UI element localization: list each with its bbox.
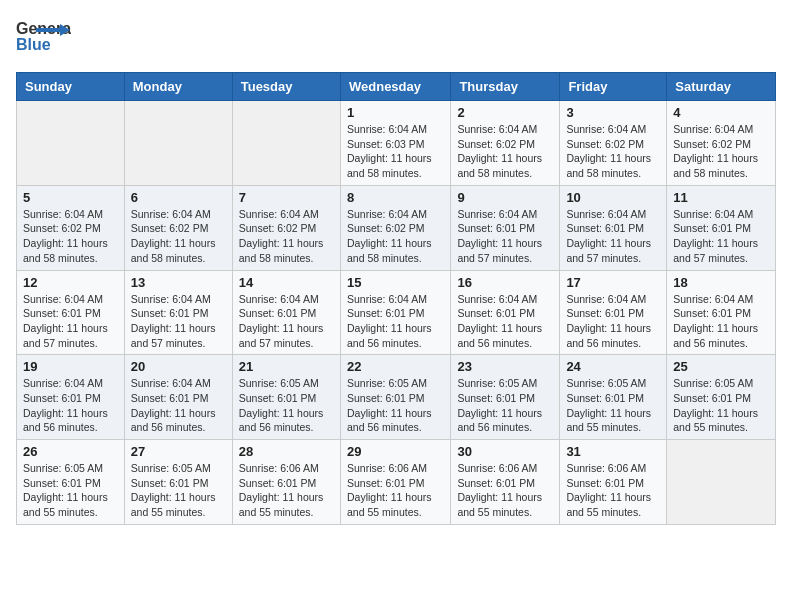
day-info: Sunrise: 6:04 AMSunset: 6:03 PMDaylight:… — [347, 122, 444, 181]
day-info: Sunrise: 6:06 AMSunset: 6:01 PMDaylight:… — [566, 461, 660, 520]
svg-text:Blue: Blue — [16, 36, 51, 53]
day-info: Sunrise: 6:04 AMSunset: 6:01 PMDaylight:… — [23, 376, 118, 435]
day-info: Sunrise: 6:05 AMSunset: 6:01 PMDaylight:… — [566, 376, 660, 435]
day-info: Sunrise: 6:05 AMSunset: 6:01 PMDaylight:… — [457, 376, 553, 435]
day-info: Sunrise: 6:04 AMSunset: 6:01 PMDaylight:… — [673, 292, 769, 351]
day-info: Sunrise: 6:04 AMSunset: 6:02 PMDaylight:… — [347, 207, 444, 266]
day-info: Sunrise: 6:04 AMSunset: 6:02 PMDaylight:… — [673, 122, 769, 181]
day-info: Sunrise: 6:04 AMSunset: 6:01 PMDaylight:… — [347, 292, 444, 351]
day-info: Sunrise: 6:05 AMSunset: 6:01 PMDaylight:… — [673, 376, 769, 435]
calendar-cell: 2Sunrise: 6:04 AMSunset: 6:02 PMDaylight… — [451, 101, 560, 186]
day-info: Sunrise: 6:04 AMSunset: 6:01 PMDaylight:… — [457, 207, 553, 266]
day-info: Sunrise: 6:04 AMSunset: 6:02 PMDaylight:… — [23, 207, 118, 266]
calendar-cell: 21Sunrise: 6:05 AMSunset: 6:01 PMDayligh… — [232, 355, 340, 440]
day-number: 11 — [673, 190, 769, 205]
calendar-cell: 18Sunrise: 6:04 AMSunset: 6:01 PMDayligh… — [667, 270, 776, 355]
day-number: 14 — [239, 275, 334, 290]
calendar-cell: 4Sunrise: 6:04 AMSunset: 6:02 PMDaylight… — [667, 101, 776, 186]
calendar-header-row: SundayMondayTuesdayWednesdayThursdayFrid… — [17, 73, 776, 101]
day-number: 13 — [131, 275, 226, 290]
calendar-cell: 9Sunrise: 6:04 AMSunset: 6:01 PMDaylight… — [451, 185, 560, 270]
day-info: Sunrise: 6:06 AMSunset: 6:01 PMDaylight:… — [457, 461, 553, 520]
day-info: Sunrise: 6:04 AMSunset: 6:01 PMDaylight:… — [131, 376, 226, 435]
calendar-week-row: 12Sunrise: 6:04 AMSunset: 6:01 PMDayligh… — [17, 270, 776, 355]
day-number: 23 — [457, 359, 553, 374]
page-header: General Blue — [16, 16, 776, 60]
calendar-cell: 16Sunrise: 6:04 AMSunset: 6:01 PMDayligh… — [451, 270, 560, 355]
day-number: 19 — [23, 359, 118, 374]
day-info: Sunrise: 6:05 AMSunset: 6:01 PMDaylight:… — [131, 461, 226, 520]
day-number: 1 — [347, 105, 444, 120]
day-number: 27 — [131, 444, 226, 459]
calendar-cell: 7Sunrise: 6:04 AMSunset: 6:02 PMDaylight… — [232, 185, 340, 270]
calendar-cell: 30Sunrise: 6:06 AMSunset: 6:01 PMDayligh… — [451, 440, 560, 525]
calendar-week-row: 5Sunrise: 6:04 AMSunset: 6:02 PMDaylight… — [17, 185, 776, 270]
day-number: 7 — [239, 190, 334, 205]
day-info: Sunrise: 6:04 AMSunset: 6:01 PMDaylight:… — [239, 292, 334, 351]
calendar-cell: 27Sunrise: 6:05 AMSunset: 6:01 PMDayligh… — [124, 440, 232, 525]
day-info: Sunrise: 6:04 AMSunset: 6:01 PMDaylight:… — [131, 292, 226, 351]
day-number: 12 — [23, 275, 118, 290]
day-number: 24 — [566, 359, 660, 374]
day-info: Sunrise: 6:04 AMSunset: 6:01 PMDaylight:… — [673, 207, 769, 266]
calendar-cell: 23Sunrise: 6:05 AMSunset: 6:01 PMDayligh… — [451, 355, 560, 440]
calendar-cell — [17, 101, 125, 186]
day-number: 26 — [23, 444, 118, 459]
calendar-cell: 24Sunrise: 6:05 AMSunset: 6:01 PMDayligh… — [560, 355, 667, 440]
day-info: Sunrise: 6:04 AMSunset: 6:02 PMDaylight:… — [566, 122, 660, 181]
calendar-cell: 15Sunrise: 6:04 AMSunset: 6:01 PMDayligh… — [340, 270, 450, 355]
calendar-header-wednesday: Wednesday — [340, 73, 450, 101]
day-number: 28 — [239, 444, 334, 459]
calendar-cell: 12Sunrise: 6:04 AMSunset: 6:01 PMDayligh… — [17, 270, 125, 355]
day-number: 22 — [347, 359, 444, 374]
day-info: Sunrise: 6:04 AMSunset: 6:01 PMDaylight:… — [566, 292, 660, 351]
day-info: Sunrise: 6:06 AMSunset: 6:01 PMDaylight:… — [347, 461, 444, 520]
day-info: Sunrise: 6:04 AMSunset: 6:02 PMDaylight:… — [239, 207, 334, 266]
calendar-cell — [232, 101, 340, 186]
day-number: 3 — [566, 105, 660, 120]
calendar-table: SundayMondayTuesdayWednesdayThursdayFrid… — [16, 72, 776, 525]
calendar-cell: 25Sunrise: 6:05 AMSunset: 6:01 PMDayligh… — [667, 355, 776, 440]
calendar-cell: 31Sunrise: 6:06 AMSunset: 6:01 PMDayligh… — [560, 440, 667, 525]
day-number: 31 — [566, 444, 660, 459]
day-info: Sunrise: 6:05 AMSunset: 6:01 PMDaylight:… — [23, 461, 118, 520]
calendar-cell — [124, 101, 232, 186]
calendar-header-monday: Monday — [124, 73, 232, 101]
calendar-cell: 26Sunrise: 6:05 AMSunset: 6:01 PMDayligh… — [17, 440, 125, 525]
calendar-cell: 19Sunrise: 6:04 AMSunset: 6:01 PMDayligh… — [17, 355, 125, 440]
day-number: 16 — [457, 275, 553, 290]
day-info: Sunrise: 6:05 AMSunset: 6:01 PMDaylight:… — [239, 376, 334, 435]
calendar-cell: 6Sunrise: 6:04 AMSunset: 6:02 PMDaylight… — [124, 185, 232, 270]
calendar-cell: 8Sunrise: 6:04 AMSunset: 6:02 PMDaylight… — [340, 185, 450, 270]
calendar-header-thursday: Thursday — [451, 73, 560, 101]
day-number: 9 — [457, 190, 553, 205]
day-number: 8 — [347, 190, 444, 205]
calendar-cell: 28Sunrise: 6:06 AMSunset: 6:01 PMDayligh… — [232, 440, 340, 525]
svg-rect-3 — [36, 28, 60, 32]
day-info: Sunrise: 6:06 AMSunset: 6:01 PMDaylight:… — [239, 461, 334, 520]
calendar-week-row: 19Sunrise: 6:04 AMSunset: 6:01 PMDayligh… — [17, 355, 776, 440]
calendar-cell: 5Sunrise: 6:04 AMSunset: 6:02 PMDaylight… — [17, 185, 125, 270]
calendar-header-saturday: Saturday — [667, 73, 776, 101]
calendar-cell: 29Sunrise: 6:06 AMSunset: 6:01 PMDayligh… — [340, 440, 450, 525]
calendar-cell: 10Sunrise: 6:04 AMSunset: 6:01 PMDayligh… — [560, 185, 667, 270]
calendar-cell: 20Sunrise: 6:04 AMSunset: 6:01 PMDayligh… — [124, 355, 232, 440]
day-number: 17 — [566, 275, 660, 290]
day-number: 29 — [347, 444, 444, 459]
logo-icon: General Blue — [16, 16, 71, 60]
day-number: 21 — [239, 359, 334, 374]
calendar-cell: 13Sunrise: 6:04 AMSunset: 6:01 PMDayligh… — [124, 270, 232, 355]
day-number: 15 — [347, 275, 444, 290]
calendar-cell: 1Sunrise: 6:04 AMSunset: 6:03 PMDaylight… — [340, 101, 450, 186]
calendar-cell: 22Sunrise: 6:05 AMSunset: 6:01 PMDayligh… — [340, 355, 450, 440]
day-info: Sunrise: 6:04 AMSunset: 6:02 PMDaylight:… — [131, 207, 226, 266]
calendar-cell — [667, 440, 776, 525]
day-info: Sunrise: 6:04 AMSunset: 6:02 PMDaylight:… — [457, 122, 553, 181]
calendar-week-row: 26Sunrise: 6:05 AMSunset: 6:01 PMDayligh… — [17, 440, 776, 525]
calendar-header-friday: Friday — [560, 73, 667, 101]
calendar-week-row: 1Sunrise: 6:04 AMSunset: 6:03 PMDaylight… — [17, 101, 776, 186]
day-number: 20 — [131, 359, 226, 374]
day-number: 5 — [23, 190, 118, 205]
day-number: 10 — [566, 190, 660, 205]
calendar-header-sunday: Sunday — [17, 73, 125, 101]
